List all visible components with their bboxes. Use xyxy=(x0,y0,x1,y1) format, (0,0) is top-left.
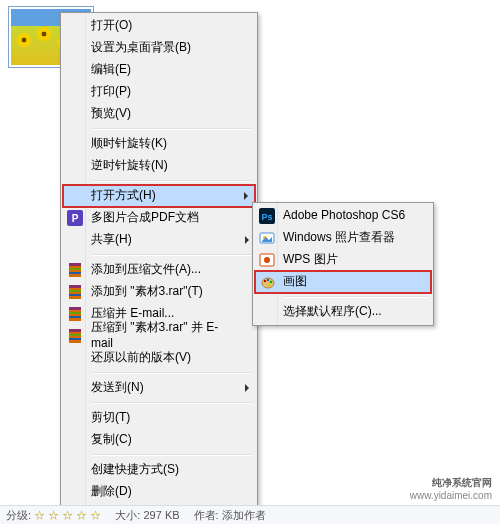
menu-item-label: 还原以前的版本(V) xyxy=(91,350,191,366)
svg-point-23 xyxy=(264,257,270,263)
menu-item-label: 打印(P) xyxy=(91,84,131,100)
svg-rect-12 xyxy=(69,312,81,314)
menu-item[interactable]: 顺时针旋转(K) xyxy=(63,133,255,155)
submenu-item[interactable]: 画图 xyxy=(255,271,431,293)
submenu-item-label: Adobe Photoshop CS6 xyxy=(283,208,405,224)
svg-point-25 xyxy=(264,280,266,282)
menu-item-label: 发送到(N) xyxy=(91,380,144,396)
open-with-submenu: PsAdobe Photoshop CS6Windows 照片查看器WPS 图片… xyxy=(252,202,434,326)
svg-point-27 xyxy=(270,281,272,283)
submenu-item-label: WPS 图片 xyxy=(283,252,338,268)
menu-item-label: 多图片合成PDF文档 xyxy=(91,210,199,226)
chevron-right-icon xyxy=(245,236,249,244)
menu-item-label: 创建快捷方式(S) xyxy=(91,462,179,478)
submenu-item-label: 画图 xyxy=(283,274,307,290)
menu-item-label: 逆时针旋转(N) xyxy=(91,158,168,174)
photo-viewer-icon xyxy=(259,230,275,246)
menu-item-label: 添加到 "素材3.rar"(T) xyxy=(91,284,203,300)
menu-item[interactable]: 添加到压缩文件(A)... xyxy=(63,259,255,281)
wps-icon xyxy=(259,252,275,268)
svg-rect-7 xyxy=(69,285,81,288)
rar-icon xyxy=(67,262,83,278)
context-menu: 打开(O)设置为桌面背景(B)编辑(E)打印(P)预览(V)顺时针旋转(K)逆时… xyxy=(60,12,258,524)
svg-rect-15 xyxy=(69,329,81,332)
desktop: 打开(O)设置为桌面背景(B)编辑(E)打印(P)预览(V)顺时针旋转(K)逆时… xyxy=(0,0,500,524)
menu-separator xyxy=(91,180,253,182)
menu-separator xyxy=(91,454,253,456)
menu-item[interactable]: 逆时针旋转(N) xyxy=(63,155,255,177)
submenu-item[interactable]: Windows 照片查看器 xyxy=(255,227,431,249)
submenu-item[interactable]: WPS 图片 xyxy=(255,249,431,271)
menu-item-label: 剪切(T) xyxy=(91,410,130,426)
svg-rect-8 xyxy=(69,290,81,292)
watermark: 纯净系统官网 www.yidaimei.com xyxy=(410,476,492,502)
svg-point-26 xyxy=(267,279,269,281)
menu-item[interactable]: 创建快捷方式(S) xyxy=(63,459,255,481)
menu-item-label: 打开(O) xyxy=(91,18,132,34)
menu-item[interactable]: 删除(D) xyxy=(63,481,255,503)
menu-item[interactable]: 剪切(T) xyxy=(63,407,255,429)
menu-item-label: 编辑(E) xyxy=(91,62,131,78)
menu-item[interactable]: 共享(H) xyxy=(63,229,255,251)
menu-item-label: 顺时针旋转(K) xyxy=(91,136,167,152)
submenu-item[interactable]: PsAdobe Photoshop CS6 xyxy=(255,205,431,227)
photoshop-icon: Ps xyxy=(259,208,275,224)
svg-rect-17 xyxy=(69,338,81,340)
menu-item[interactable]: P多图片合成PDF文档 xyxy=(63,207,255,229)
chevron-right-icon xyxy=(244,192,248,200)
svg-rect-4 xyxy=(69,268,81,270)
menu-item-label: 设置为桌面背景(B) xyxy=(91,40,191,56)
svg-rect-5 xyxy=(69,272,81,274)
menu-item-label: 添加到压缩文件(A)... xyxy=(91,262,201,278)
menu-separator xyxy=(91,254,253,256)
status-bar: 分级: ☆ ☆ ☆ ☆ ☆ 大小: 297 KB 作者: 添加作者 xyxy=(0,505,500,524)
menu-item[interactable]: 打开(O) xyxy=(63,15,255,37)
rar-icon xyxy=(67,328,83,344)
svg-rect-11 xyxy=(69,307,81,310)
menu-item[interactable]: 预览(V) xyxy=(63,103,255,125)
svg-rect-3 xyxy=(69,263,81,266)
menu-item[interactable]: 打印(P) xyxy=(63,81,255,103)
svg-text:P: P xyxy=(72,213,79,224)
menu-item-label: 删除(D) xyxy=(91,484,132,500)
watermark-title: 纯净系统官网 xyxy=(410,476,492,489)
svg-text:Ps: Ps xyxy=(261,212,272,222)
menu-item-label: 预览(V) xyxy=(91,106,131,122)
menu-separator xyxy=(91,402,253,404)
menu-item[interactable]: 编辑(E) xyxy=(63,59,255,81)
svg-rect-9 xyxy=(69,294,81,296)
menu-item-label: 复制(C) xyxy=(91,432,132,448)
menu-item[interactable]: 复制(C) xyxy=(63,429,255,451)
menu-item[interactable]: 打开方式(H) xyxy=(63,185,255,207)
rar-icon xyxy=(67,306,83,322)
rar-icon xyxy=(67,284,83,300)
chevron-right-icon xyxy=(245,384,249,392)
menu-item-label: 共享(H) xyxy=(91,232,132,248)
menu-item[interactable]: 发送到(N) xyxy=(63,377,255,399)
paint-icon xyxy=(260,274,276,290)
submenu-item[interactable]: 选择默认程序(C)... xyxy=(255,301,431,323)
submenu-item-label: 选择默认程序(C)... xyxy=(283,304,382,320)
svg-rect-13 xyxy=(69,316,81,318)
menu-item[interactable]: 还原以前的版本(V) xyxy=(63,347,255,369)
menu-item[interactable]: 设置为桌面背景(B) xyxy=(63,37,255,59)
menu-separator xyxy=(91,128,253,130)
menu-item-label: 打开方式(H) xyxy=(91,188,156,204)
watermark-url: www.yidaimei.com xyxy=(410,489,492,502)
svg-rect-16 xyxy=(69,334,81,336)
menu-separator xyxy=(91,372,253,374)
menu-item[interactable]: 添加到 "素材3.rar"(T) xyxy=(63,281,255,303)
pdf-icon: P xyxy=(67,210,83,226)
submenu-item-label: Windows 照片查看器 xyxy=(283,230,395,246)
menu-separator xyxy=(283,296,429,298)
status-rating-label: 分级: ☆ ☆ ☆ ☆ ☆ xyxy=(6,508,101,522)
status-size: 大小: 297 KB xyxy=(115,508,179,522)
status-author: 作者: 添加作者 xyxy=(194,508,266,522)
svg-point-28 xyxy=(268,284,270,286)
menu-item[interactable]: 压缩到 "素材3.rar" 并 E-mail xyxy=(63,325,255,347)
